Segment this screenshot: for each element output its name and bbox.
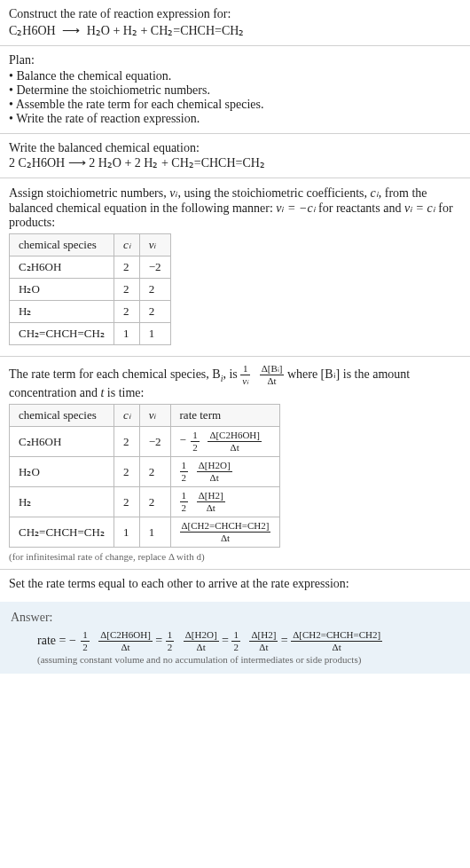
rate-term-section: The rate term for each chemical species,… <box>0 357 470 570</box>
minus-sign: − <box>69 634 78 647</box>
cell-rate-term: − 1 2 Δ[C2H6OH] Δt <box>170 427 280 457</box>
c-i-symbol: cᵢ <box>371 186 379 200</box>
cell-ci: 1 <box>114 323 139 345</box>
col-nui: νᵢ <box>139 405 170 427</box>
cell-ci: 2 <box>114 427 139 457</box>
balanced-section: Write the balanced chemical equation: 2 … <box>0 134 470 178</box>
table-row: C₂H6OH 2 −2 − 1 2 Δ[C2H6OH] Δt <box>10 427 280 457</box>
table-row: H₂ 2 2 <box>10 301 171 323</box>
final-heading-section: Set the rate terms equal to each other t… <box>0 570 470 598</box>
cell-species: C₂H6OH <box>10 427 114 457</box>
table-row: H₂O 2 2 1 2 Δ[H2O] Δt <box>10 457 280 487</box>
delta-frac: Δ[H2] Δt <box>249 630 278 652</box>
coef-frac: 1 2 <box>231 630 240 652</box>
table-row: CH₂=CHCH=CH₂ 1 1 <box>10 323 171 345</box>
final-heading: Set the rate terms equal to each other t… <box>9 577 461 591</box>
frac-deltaB-over-deltat: Δ[Bᵢ] Δt <box>260 364 285 386</box>
frac-den: νᵢ <box>240 375 250 386</box>
rate-term-table: chemical species cᵢ νᵢ rate term C₂H6OH … <box>9 404 280 548</box>
frac-num: 1 <box>240 364 250 375</box>
balanced-heading: Write the balanced chemical equation: <box>9 141 461 155</box>
delta-frac: Δ[H2] Δt <box>197 491 225 513</box>
infinitesimal-note: (for infinitesimal rate of change, repla… <box>9 551 461 562</box>
frac-den: Δt <box>260 375 285 386</box>
table-row: CH₂=CHCH=CH₂ 1 1 Δ[CH2=CHCH=CH2] Δt <box>10 517 280 548</box>
frac-num: Δ[Bᵢ] <box>260 364 285 375</box>
stoich-rel-reactants: νᵢ = −cᵢ <box>276 201 315 215</box>
cell-nui: 2 <box>139 457 170 487</box>
col-species: chemical species <box>10 405 114 427</box>
cell-nui: 2 <box>139 487 170 517</box>
stoich-text-b: , using the stoichiometric coefficients, <box>177 186 370 200</box>
stoich-table: chemical species cᵢ νᵢ C₂H6OH 2 −2 H₂O 2… <box>9 233 171 345</box>
coef-frac: 1 2 <box>180 461 189 483</box>
intro-b: , is <box>223 367 240 381</box>
plan-title: Plan: <box>9 53 461 67</box>
delta-frac: Δ[C2H6OH] Δt <box>208 430 262 453</box>
cell-nui: −2 <box>139 427 170 457</box>
delta-frac: Δ[CH2=CHCH=CH2] Δt <box>180 521 271 543</box>
cell-rate-term: 1 2 Δ[H2] Δt <box>170 487 280 517</box>
col-nui: νᵢ <box>139 234 170 256</box>
rate-term-intro: The rate term for each chemical species,… <box>9 364 461 400</box>
cell-species: H₂O <box>10 279 114 301</box>
answer-box: Answer: rate = − 1 2 Δ[C2H6OH] Δt = 1 2 … <box>0 602 470 674</box>
cell-ci: 2 <box>114 279 139 301</box>
cell-ci: 2 <box>114 256 139 279</box>
table-header-row: chemical species cᵢ νᵢ <box>10 234 171 256</box>
cell-nui: 1 <box>139 323 170 345</box>
cell-nui: 2 <box>139 301 170 323</box>
eq-rhs: H₂O + H₂ + CH₂=CHCH=CH₂ <box>87 24 245 37</box>
eq-lhs: C₂H6OH <box>9 24 56 37</box>
cell-species: CH₂=CHCH=CH₂ <box>10 323 114 345</box>
intro-a: The rate term for each chemical species,… <box>9 367 221 381</box>
answer-equation: rate = − 1 2 Δ[C2H6OH] Δt = 1 2 Δ[H2O] Δ… <box>11 630 459 652</box>
delta-frac: Δ[C2H6OH] Δt <box>98 630 153 652</box>
stoich-text-d: for reactants and <box>316 201 404 215</box>
stoich-text-a: Assign stoichiometric numbers, <box>9 186 169 200</box>
cell-species: CH₂=CHCH=CH₂ <box>10 517 114 548</box>
col-ci: cᵢ <box>114 234 139 256</box>
col-ci: cᵢ <box>114 405 139 427</box>
plan-item: • Balance the chemical equation. <box>9 69 461 83</box>
frac-one-over-nu: 1 νᵢ <box>240 364 250 386</box>
rate-eq-prefix: rate = <box>37 634 69 647</box>
cell-ci: 2 <box>114 457 139 487</box>
table-row: H₂ 2 2 1 2 Δ[H2] Δt <box>10 487 280 517</box>
col-species: chemical species <box>10 234 114 256</box>
cell-species: H₂O <box>10 457 114 487</box>
cell-species: H₂ <box>10 487 114 517</box>
plan-item: • Determine the stoichiometric numbers. <box>9 83 461 98</box>
eq-sep: = <box>281 634 291 647</box>
delta-frac: Δ[H2O] Δt <box>197 461 232 483</box>
cell-rate-term: 1 2 Δ[H2O] Δt <box>170 457 280 487</box>
unbalanced-equation: C₂H6OH ⟶ H₂O + H₂ + CH₂=CHCH=CH₂ <box>9 23 461 38</box>
table-row: C₂H6OH 2 −2 <box>10 256 171 279</box>
cell-ci: 2 <box>114 301 139 323</box>
coef-frac: 1 2 <box>81 630 90 652</box>
delta-frac: Δ[H2O] Δt <box>184 630 219 652</box>
cell-species: H₂ <box>10 301 114 323</box>
coef-frac: 1 2 <box>180 491 189 513</box>
cell-ci: 2 <box>114 487 139 517</box>
cell-nui: 2 <box>139 279 170 301</box>
plan-section: Plan: • Balance the chemical equation. •… <box>0 46 470 134</box>
intro-d: is time: <box>104 386 144 399</box>
eq-sep: = <box>155 634 165 647</box>
balanced-equation: 2 C₂H6OH ⟶ 2 H₂O + 2 H₂ + CH₂=CHCH=CH₂ <box>9 155 461 170</box>
col-rate-term: rate term <box>170 405 280 427</box>
stoich-section: Assign stoichiometric numbers, νᵢ, using… <box>0 178 470 357</box>
table-row: H₂O 2 2 <box>10 279 171 301</box>
cell-ci: 1 <box>114 517 139 548</box>
prompt-text: Construct the rate of reaction expressio… <box>9 7 461 21</box>
plan-item: • Write the rate of reaction expression. <box>9 112 461 126</box>
minus-sign: − <box>180 433 188 446</box>
delta-frac: Δ[CH2=CHCH=CH2] Δt <box>291 630 382 652</box>
cell-nui: 1 <box>139 517 170 548</box>
prompt-section: Construct the rate of reaction expressio… <box>0 0 470 46</box>
stoich-text: Assign stoichiometric numbers, νᵢ, using… <box>9 185 461 230</box>
answer-label: Answer: <box>11 611 459 625</box>
stoich-rel-products: νᵢ = cᵢ <box>404 201 435 215</box>
plan-item: • Assemble the rate term for each chemic… <box>9 98 461 112</box>
eq-sep: = <box>222 634 231 647</box>
